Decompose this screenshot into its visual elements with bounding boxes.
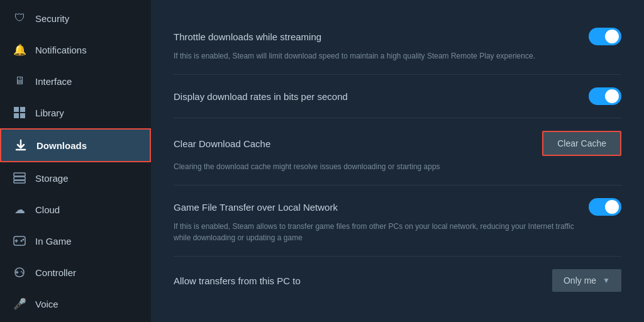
svg-point-11 [22,272,23,274]
sidebar-item-label: Storage [35,173,69,184]
game-transfer-toggle[interactable] [589,198,621,216]
setting-game-transfer-title: Game File Transfer over Local Network [174,202,338,213]
cloud-icon: ☁ [13,203,26,216]
setting-bits-title: Display download rates in bits per secon… [174,91,348,102]
svg-rect-4 [14,173,25,176]
sidebar-item-library[interactable]: Library [0,97,151,128]
setting-game-transfer-top: Game File Transfer over Local Network [174,198,621,216]
sidebar-item-label: In Game [35,236,72,247]
sidebar-item-storage[interactable]: Storage [0,162,151,194]
sidebar-item-cloud[interactable]: ☁ Cloud [0,194,151,225]
sidebar-item-label: Notifications [35,45,87,55]
sidebar-item-label: Downloads [36,140,87,151]
setting-game-transfer: Game File Transfer over Local Network If… [174,186,621,257]
svg-point-8 [21,240,23,242]
sidebar-item-label: Voice [35,299,58,309]
sidebar: 🛡 Security 🔔 Notifications 🖥 Interface L… [0,0,151,322]
sidebar-item-label: Library [35,108,64,118]
setting-throttle-desc: If this is enabled, Steam will limit dow… [174,50,589,62]
setting-bits-top: Display download rates in bits per secon… [174,87,621,105]
sidebar-item-notifications[interactable]: 🔔 Notifications [0,34,151,65]
chevron-down-icon: ▼ [602,276,610,285]
bits-toggle[interactable] [589,87,621,105]
sidebar-item-interface[interactable]: 🖥 Interface [0,65,151,97]
toggle-thumb [605,89,619,103]
download-icon [14,138,28,152]
setting-clear-cache-top: Clear Download Cache Clear Cache [174,131,621,156]
throttle-toggle[interactable] [589,28,621,45]
sidebar-item-in-game[interactable]: In Game [0,225,151,257]
storage-icon [13,171,26,185]
sidebar-item-controller[interactable]: Controller [0,257,151,288]
svg-rect-0 [14,107,19,112]
setting-allow-transfers-title: Allow transfers from this PC to [174,275,301,286]
svg-rect-3 [20,113,25,118]
sidebar-item-label: Controller [35,267,76,278]
setting-clear-cache-title: Clear Download Cache [174,138,270,149]
in-game-icon [13,234,26,248]
setting-allow-transfers-top: Allow transfers from this PC to Only me … [174,269,621,292]
setting-throttle-title: Throttle downloads while streaming [174,31,321,42]
svg-rect-6 [14,180,25,183]
setting-allow-transfers: Allow transfers from this PC to Only me … [174,257,621,304]
library-icon [13,106,26,119]
setting-bits: Display download rates in bits per secon… [174,75,621,118]
monitor-icon: 🖥 [13,74,26,88]
setting-clear-cache-desc: Clearing the download cache might resolv… [174,161,589,172]
setting-throttle-top: Throttle downloads while streaming [174,28,621,45]
sidebar-item-security[interactable]: 🛡 Security [0,3,151,34]
controller-icon [13,265,26,279]
svg-point-10 [21,271,22,272]
main-content: Throttle downloads while streaming If th… [151,0,644,322]
toggle-thumb [605,30,619,43]
sidebar-item-label: Security [35,13,69,24]
bell-icon: 🔔 [13,43,26,57]
svg-rect-5 [14,177,25,180]
sidebar-item-downloads[interactable]: Downloads [0,128,151,162]
setting-clear-cache: Clear Download Cache Clear Cache Clearin… [174,118,621,186]
only-me-dropdown[interactable]: Only me ▼ [552,269,621,292]
clear-cache-button[interactable]: Clear Cache [542,131,621,156]
svg-point-9 [23,239,25,241]
sidebar-item-label: Interface [35,76,72,87]
svg-rect-2 [14,113,19,118]
sidebar-item-label: Cloud [35,204,60,215]
shield-icon: 🛡 [13,11,26,25]
setting-throttle: Throttle downloads while streaming If th… [174,15,621,75]
dropdown-label: Only me [564,275,596,286]
microphone-icon: 🎤 [13,297,26,311]
sidebar-item-voice[interactable]: 🎤 Voice [0,288,151,319]
toggle-thumb [605,200,619,214]
setting-game-transfer-desc: If this is enabled, Steam allows to tran… [174,221,589,243]
svg-rect-1 [20,107,25,112]
